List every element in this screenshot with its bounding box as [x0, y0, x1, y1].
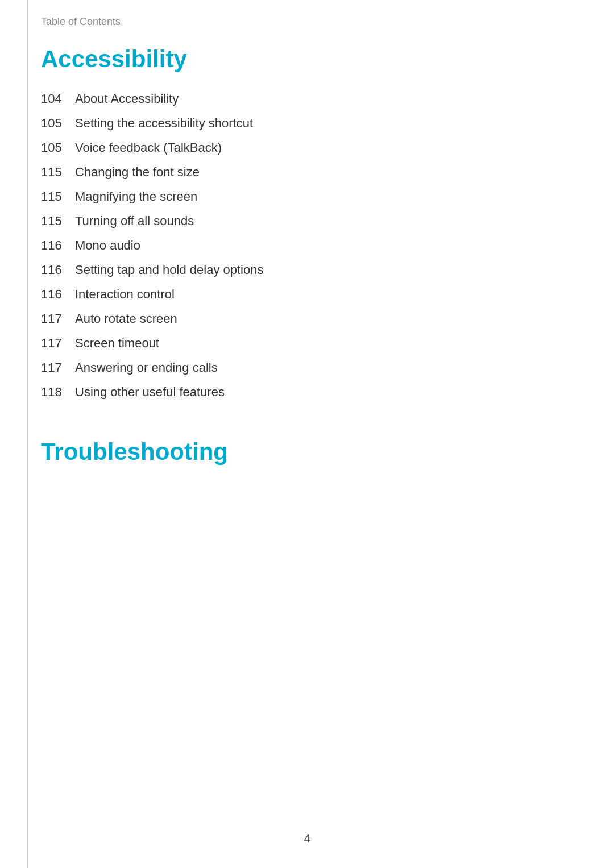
- list-item: 115Turning off all sounds: [41, 209, 573, 233]
- list-item: 105Setting the accessibility shortcut: [41, 111, 573, 135]
- list-item: 116Interaction control: [41, 282, 573, 306]
- list-item: 117Answering or ending calls: [41, 355, 573, 380]
- toc-page-number: 115: [41, 163, 75, 181]
- content-area: Accessibility 104About Accessibility105S…: [41, 45, 573, 466]
- left-border: [27, 0, 28, 868]
- toc-item-label: Changing the font size: [75, 163, 200, 181]
- toc-page-number: 104: [41, 89, 75, 108]
- toc-page-number: 116: [41, 236, 75, 255]
- toc-item-label: Voice feedback (TalkBack): [75, 138, 222, 157]
- page-container: Table of Contents Accessibility 104About…: [0, 0, 614, 868]
- toc-item-label: Turning off all sounds: [75, 211, 194, 230]
- toc-page-number: 115: [41, 187, 75, 206]
- list-item: 115Magnifying the screen: [41, 184, 573, 209]
- toc-page-number: 105: [41, 114, 75, 132]
- list-item: 117Auto rotate screen: [41, 306, 573, 331]
- accessibility-section-title: Accessibility: [41, 45, 573, 73]
- page-number: 4: [304, 832, 310, 845]
- list-item: 115Changing the font size: [41, 160, 573, 184]
- toc-page-number: 116: [41, 260, 75, 279]
- toc-page-number: 105: [41, 138, 75, 157]
- toc-item-label: Interaction control: [75, 285, 175, 304]
- list-item: 117Screen timeout: [41, 331, 573, 355]
- list-item: 104About Accessibility: [41, 86, 573, 111]
- toc-item-label: Mono audio: [75, 236, 140, 255]
- toc-item-label: Magnifying the screen: [75, 187, 197, 206]
- toc-item-label: About Accessibility: [75, 89, 179, 108]
- toc-item-label: Setting the accessibility shortcut: [75, 114, 253, 132]
- troubleshooting-section-title: Troubleshooting: [41, 438, 573, 466]
- toc-item-label: Setting tap and hold delay options: [75, 260, 263, 279]
- toc-page-number: 117: [41, 358, 75, 377]
- toc-page-number: 117: [41, 309, 75, 328]
- toc-item-label: Auto rotate screen: [75, 309, 177, 328]
- list-item: 118Using other useful features: [41, 380, 573, 404]
- toc-page-number: 117: [41, 334, 75, 352]
- list-item: 105Voice feedback (TalkBack): [41, 135, 573, 160]
- toc-item-label: Answering or ending calls: [75, 358, 218, 377]
- list-item: 116Setting tap and hold delay options: [41, 258, 573, 282]
- toc-page-number: 115: [41, 211, 75, 230]
- list-item: 116Mono audio: [41, 233, 573, 258]
- toc-page-number: 116: [41, 285, 75, 304]
- toc-item-label: Screen timeout: [75, 334, 159, 352]
- toc-item-label: Using other useful features: [75, 383, 225, 401]
- table-of-contents-label: Table of Contents: [41, 16, 121, 28]
- toc-page-number: 118: [41, 383, 75, 401]
- accessibility-toc-list: 104About Accessibility105Setting the acc…: [41, 86, 573, 404]
